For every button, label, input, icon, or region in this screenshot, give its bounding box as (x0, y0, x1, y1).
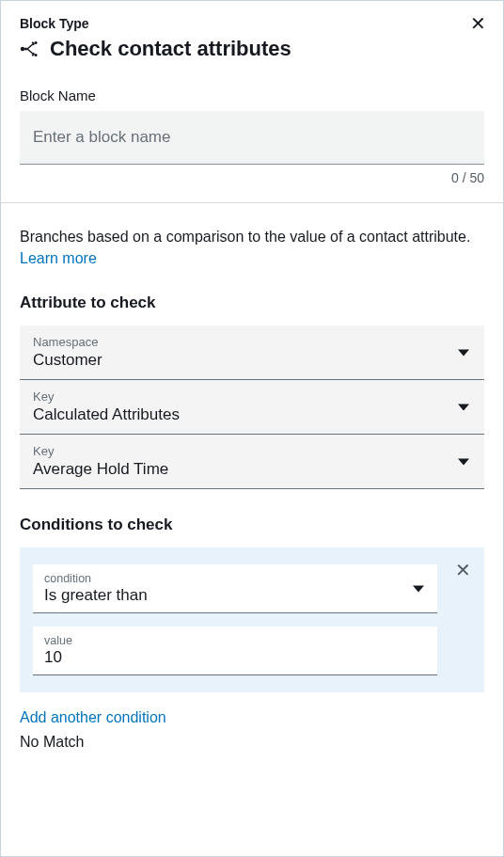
select-label: Namespace (33, 335, 471, 349)
chevron-down-icon (458, 404, 469, 410)
chevron-down-icon (458, 349, 469, 356)
branch-icon (20, 40, 40, 57)
attribute-fields: Namespace Customer Key Calculated Attrib… (20, 325, 484, 489)
panel-header: Block Type ✕ Check contact attributes Bl… (1, 1, 503, 203)
block-name-section: Block Name 0 / 50 (20, 87, 484, 185)
select-label: Key (33, 444, 471, 458)
page-title: Check contact attributes (50, 37, 291, 61)
input-label: value (44, 634, 426, 647)
key2-select[interactable]: Key Average Hold Time (20, 435, 484, 489)
svg-point-0 (21, 47, 24, 51)
select-value: Customer (33, 351, 471, 370)
no-match-label: No Match (20, 734, 484, 751)
block-name-input[interactable] (20, 111, 484, 165)
key1-select[interactable]: Key Calculated Attributes (20, 380, 484, 435)
chevron-down-icon (458, 458, 469, 465)
condition-select[interactable]: condition Is greater than (33, 564, 437, 613)
char-count: 0 / 50 (20, 170, 484, 185)
conditions-heading: Conditions to check (20, 516, 484, 534)
description-main: Branches based on a comparison to the va… (20, 229, 470, 245)
learn-more-link[interactable]: Learn more (20, 250, 97, 266)
condition-value-input[interactable]: value 10 (33, 627, 437, 675)
input-value: 10 (44, 648, 426, 667)
select-label: Key (33, 389, 471, 404)
select-label: condition (44, 572, 426, 585)
namespace-select[interactable]: Namespace Customer (20, 325, 484, 380)
chevron-down-icon (413, 585, 424, 592)
condition-card: ✕ condition Is greater than value 10 (20, 548, 484, 692)
block-type-label: Block Type (20, 16, 484, 31)
block-name-label: Block Name (20, 87, 484, 103)
close-icon[interactable]: ✕ (470, 14, 486, 33)
select-value: Average Hold Time (33, 460, 471, 479)
description-text: Branches based on a comparison to the va… (20, 226, 484, 269)
select-value: Is greater than (44, 586, 426, 605)
page-title-row: Check contact attributes (20, 37, 484, 61)
svg-point-3 (34, 54, 37, 56)
panel-body: Branches based on a comparison to the va… (1, 203, 503, 770)
add-condition-link[interactable]: Add another condition (20, 709, 484, 726)
select-value: Calculated Attributes (33, 405, 471, 424)
svg-point-2 (34, 41, 37, 44)
attribute-heading: Attribute to check (20, 294, 484, 312)
remove-condition-icon[interactable]: ✕ (455, 561, 471, 579)
svg-point-1 (24, 47, 27, 50)
